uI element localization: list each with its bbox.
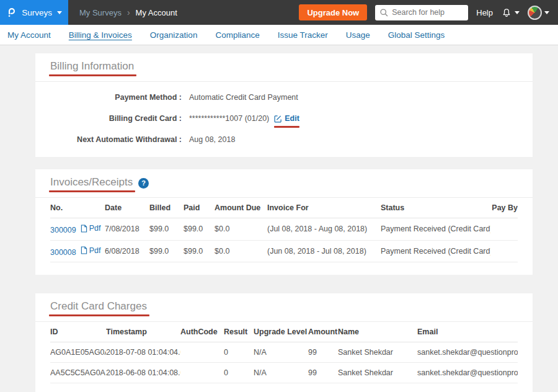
- tab-organization[interactable]: Organization: [150, 30, 198, 40]
- charge-amount-cell: 99: [308, 342, 338, 363]
- charge-upgrade-level-cell: N/A: [254, 363, 308, 383]
- col-amount-due: Amount Due: [215, 198, 267, 218]
- credit-card-charges-table: ID Timestamp AuthCode Result Upgrade Lev…: [50, 322, 518, 383]
- notifications-button[interactable]: [501, 7, 520, 19]
- col-result: Result: [224, 322, 254, 342]
- invoice-row: 300009Pdf 7/08/2018 $99.0 $99.0 $0.0 (Ju…: [50, 218, 518, 241]
- avatar: [528, 6, 542, 20]
- annotation-underline: [49, 74, 136, 76]
- tab-global-settings[interactable]: Global Settings: [388, 30, 445, 40]
- tab-my-account[interactable]: My Account: [7, 30, 51, 40]
- card-number-masked: ************1007 (01/20): [189, 112, 269, 125]
- charge-result-cell: 0: [224, 363, 254, 383]
- charge-amount-cell: 99: [308, 363, 338, 383]
- questionpro-logo-icon: [6, 6, 17, 19]
- tab-usage[interactable]: Usage: [346, 30, 370, 40]
- tab-billing-invoices[interactable]: Billing & Invoices: [69, 30, 132, 40]
- charge-row: AG0A1E05AG0A 2018-07-08 01:04:04.0 0 N/A…: [50, 342, 518, 363]
- breadcrumb-parent[interactable]: My Surveys: [79, 8, 122, 17]
- billing-credit-card-value: ************1007 (01/20) Edit: [189, 112, 299, 125]
- invoice-billed-cell: $99.0: [149, 240, 184, 262]
- invoices-receipts-header: Invoices/Receipts ?: [35, 169, 533, 198]
- billing-credit-card-label: Billing Credit Card :: [50, 112, 182, 125]
- payment-method-label: Payment Method :: [50, 91, 182, 104]
- account-nav-tabs: My Account Billing & Invoices Organizati…: [0, 25, 558, 45]
- invoice-status-cell: Payment Received (Credit Card): [381, 240, 490, 262]
- charges-header-row: ID Timestamp AuthCode Result Upgrade Lev…: [50, 322, 518, 342]
- tab-compliance[interactable]: Compliance: [215, 30, 259, 40]
- breadcrumb-current: My Account: [136, 8, 177, 17]
- next-withdrawal-value: Aug 08, 2018: [189, 133, 235, 146]
- topbar-actions: Upgrade Now Help: [299, 4, 558, 20]
- chevron-down-icon: [57, 11, 62, 14]
- next-withdrawal-row: Next Automatic Withdrawal : Aug 08, 2018: [50, 133, 518, 146]
- charge-row: AA5C5C5AG0A 2018-06-08 01:04:08.0 0 N/A …: [50, 363, 518, 383]
- col-upgrade-level: Upgrade Level: [254, 322, 308, 342]
- help-circle-icon[interactable]: ?: [138, 178, 149, 189]
- invoice-pdf-link[interactable]: Pdf: [81, 246, 101, 255]
- charge-name-cell: Sanket Shekdar: [338, 342, 417, 363]
- invoice-pay-by-cell: [490, 240, 518, 262]
- edit-link-label: Edit: [285, 112, 299, 125]
- invoice-pay-by-cell: [490, 218, 518, 241]
- upgrade-now-button[interactable]: Upgrade Now: [299, 4, 367, 20]
- chevron-down-icon: [544, 11, 549, 14]
- invoice-for-cell: (Jul 08, 2018 - Aug 08, 2018): [267, 218, 381, 241]
- bell-icon: [501, 7, 512, 19]
- invoice-row: 300008Pdf 6/08/2018 $99.0 $99.0 $0.0 (Ju…: [50, 240, 518, 262]
- top-header: Surveys My Surveys › My Account Upgrade …: [0, 0, 558, 25]
- col-timestamp: Timestamp: [106, 322, 180, 342]
- col-id: ID: [50, 322, 106, 342]
- charge-id-cell: AG0A1E05AG0A: [50, 342, 106, 363]
- search-icon: [379, 8, 389, 17]
- search-input[interactable]: [375, 5, 468, 20]
- credit-card-charges-card: Credit Card Charges ID Timestamp AuthCod…: [35, 293, 533, 392]
- annotation-underline: [274, 126, 299, 128]
- charge-id-cell: AA5C5C5AG0A: [50, 363, 106, 383]
- invoice-amount-due-cell: $0.0: [215, 240, 267, 262]
- pdf-link-label: Pdf: [89, 224, 101, 233]
- payment-method-row: Payment Method : Automatic Credit Card P…: [50, 91, 518, 104]
- next-withdrawal-label: Next Automatic Withdrawal :: [50, 133, 182, 146]
- annotation-underline: [49, 190, 135, 192]
- billing-information-card: Billing Information Payment Method : Aut…: [35, 53, 533, 157]
- col-email: Email: [417, 322, 518, 342]
- invoices-receipts-card: Invoices/Receipts ? No. Date Billed Paid…: [35, 169, 533, 275]
- col-invoice-for: Invoice For: [267, 198, 381, 218]
- tab-issue-tracker[interactable]: Issue Tracker: [278, 30, 328, 40]
- edit-card-link[interactable]: Edit: [274, 112, 299, 125]
- pdf-file-icon: [81, 246, 87, 254]
- charge-authcode-cell: [180, 363, 224, 383]
- edit-pencil-icon: [274, 115, 282, 123]
- invoice-number-link[interactable]: 300008: [50, 247, 76, 256]
- invoice-status-cell: Payment Received (Credit Card): [381, 218, 490, 241]
- invoice-for-cell: (Jun 08, 2018 - Jul 08, 2018): [267, 240, 381, 262]
- invoice-paid-cell: $99.0: [184, 240, 215, 262]
- product-label: Surveys: [22, 8, 52, 17]
- section-title-billing-information: Billing Information: [50, 60, 134, 72]
- invoice-pdf-link[interactable]: Pdf: [81, 224, 101, 233]
- product-switcher[interactable]: Surveys: [0, 0, 68, 25]
- col-date: Date: [105, 198, 149, 218]
- charge-email-cell: sanket.shekdar@questionpro.com: [417, 342, 518, 363]
- invoice-billed-cell: $99.0: [149, 218, 184, 241]
- col-amount: Amount: [308, 322, 338, 342]
- invoice-date-cell: 6/08/2018: [105, 240, 149, 262]
- invoices-table: No. Date Billed Paid Amount Due Invoice …: [50, 198, 518, 262]
- charge-timestamp-cell: 2018-06-08 01:04:08.0: [106, 363, 180, 383]
- section-title-invoices-receipts: Invoices/Receipts: [50, 176, 133, 188]
- invoice-number-link[interactable]: 300009: [50, 226, 76, 234]
- annotation-underline: [49, 314, 149, 316]
- invoice-paid-cell: $99.0: [184, 218, 215, 241]
- account-menu[interactable]: [528, 6, 549, 20]
- invoice-no-cell: 300008Pdf: [50, 240, 105, 262]
- col-status: Status: [381, 198, 490, 218]
- pdf-file-icon: [81, 225, 87, 233]
- help-link[interactable]: Help: [476, 8, 493, 17]
- charge-timestamp-cell: 2018-07-08 01:04:04.0: [106, 342, 180, 363]
- billing-information-body: Payment Method : Automatic Credit Card P…: [35, 82, 533, 157]
- breadcrumb-separator-icon: ›: [127, 7, 130, 17]
- invoice-no-cell: 300009Pdf: [50, 218, 105, 241]
- credit-card-charges-header: Credit Card Charges: [35, 293, 533, 322]
- payment-method-value: Automatic Credit Card Payment: [189, 91, 298, 104]
